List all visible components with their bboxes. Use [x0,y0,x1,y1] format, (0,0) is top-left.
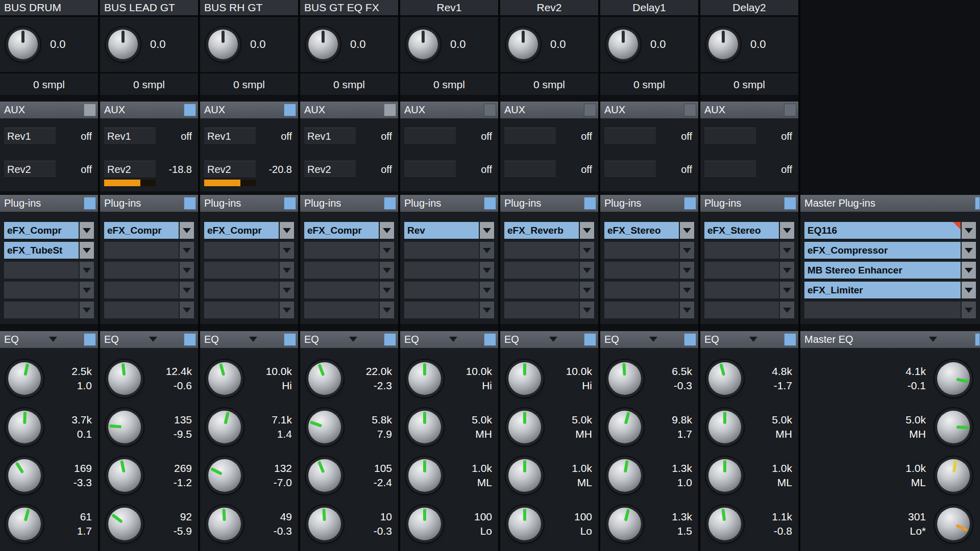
dropdown-arrow-icon[interactable] [449,337,457,342]
channel-header[interactable]: Delay1 [600,0,698,17]
send-level-value[interactable]: off [281,128,292,145]
plugin-dropdown-button[interactable] [279,242,294,259]
plugins-section-header[interactable]: Plug-ins [700,195,798,212]
plugin-dropdown-button[interactable] [679,302,694,318]
send-destination[interactable]: Rev1 [204,128,256,145]
plugin-name[interactable] [704,282,779,298]
plugin-slot[interactable] [4,262,94,279]
plugin-slot[interactable] [204,282,294,298]
plugin-dropdown-button[interactable] [179,282,194,298]
plugin-slot[interactable] [104,262,194,279]
aux-section-header[interactable]: AUX [500,102,598,118]
plugin-slot[interactable]: eFX_Reverb [504,222,594,239]
plugin-slot[interactable]: Rev [404,222,494,239]
plugin-dropdown-button[interactable] [79,242,94,259]
plugin-dropdown-button[interactable] [279,262,294,279]
plugin-name[interactable] [304,242,379,259]
plugin-dropdown-button[interactable] [479,302,494,318]
plugin-name[interactable] [504,262,579,279]
plugins-section-header[interactable]: Plug-ins [100,195,198,212]
plugin-dropdown-button[interactable] [179,262,194,279]
plugins-led[interactable] [384,197,396,210]
eq-knob[interactable] [308,459,341,492]
plugin-name[interactable] [604,242,679,259]
plugin-dropdown-button[interactable] [679,222,694,239]
plugin-slot[interactable]: eFX_Compressor [804,242,976,259]
eq-led[interactable] [684,333,696,346]
plugin-slot[interactable] [604,242,694,259]
plugin-name[interactable]: eFX_TubeSt [4,242,79,259]
volume-knob[interactable] [508,30,538,59]
plugin-name[interactable] [604,302,679,318]
plugin-name[interactable] [104,242,179,259]
send-level-value[interactable]: off [681,161,692,178]
plugin-name[interactable] [504,242,579,259]
eq-knob[interactable] [8,362,41,395]
plugin-slot[interactable] [704,262,794,279]
plugin-dropdown-button[interactable] [79,262,94,279]
channel-header[interactable]: Rev2 [500,0,598,17]
eq-section-header[interactable]: EQ [100,331,198,348]
plugin-name[interactable] [804,302,961,318]
volume-knob[interactable] [8,30,38,59]
plugin-slot[interactable]: EQ116 [804,222,976,239]
plugins-section-header[interactable]: Plug-ins [500,195,598,212]
eq-knob[interactable] [708,459,741,492]
eq-led[interactable] [484,333,496,346]
plugin-name[interactable] [4,282,79,298]
eq-knob[interactable] [208,459,241,492]
master-plugins-led[interactable] [975,197,980,210]
eq-knob[interactable] [208,508,241,540]
plugin-name[interactable] [704,242,779,259]
plugin-slot[interactable] [404,302,494,318]
plugin-dropdown-button[interactable] [779,282,794,298]
plugin-name[interactable] [204,302,279,318]
plugin-name[interactable]: MB Stereo Enhancer [804,262,961,279]
aux-led[interactable] [384,104,396,116]
eq-knob[interactable] [608,508,641,540]
plugin-name[interactable] [204,242,279,259]
send-level-value[interactable]: off [81,161,92,178]
plugin-slot[interactable] [304,302,394,318]
plugin-slot[interactable] [404,242,494,259]
eq-knob[interactable] [608,411,641,443]
eq-knob[interactable] [937,362,970,395]
send-level-value[interactable]: off [481,128,492,145]
plugin-slot[interactable] [104,242,194,259]
plugin-slot[interactable]: eFX_TubeSt [4,242,94,259]
plugin-slot[interactable]: eFX_Compr [4,222,94,239]
plugin-slot[interactable] [704,242,794,259]
plugin-name[interactable]: eFX_Reverb [504,222,579,239]
plugin-dropdown-button[interactable] [79,222,94,239]
plugin-dropdown-button[interactable] [579,222,594,239]
plugin-dropdown-button[interactable] [579,302,594,318]
plugin-name[interactable] [204,262,279,279]
dropdown-arrow-icon[interactable] [149,337,157,342]
eq-section-header[interactable]: EQ [200,331,298,348]
eq-knob[interactable] [508,459,541,492]
plugin-dropdown-button[interactable] [961,242,976,259]
plugin-dropdown-button[interactable] [961,282,976,298]
aux-section-header[interactable]: AUX [300,102,398,118]
plugin-slot[interactable] [204,262,294,279]
plugins-section-header[interactable]: Plug-ins [0,195,98,212]
send-destination[interactable] [604,161,656,178]
eq-section-header[interactable]: EQ [500,331,598,348]
plugin-slot[interactable] [404,262,494,279]
plugin-slot[interactable] [604,282,694,298]
dropdown-arrow-icon[interactable] [249,337,257,342]
plugin-dropdown-button[interactable] [579,262,594,279]
eq-knob[interactable] [708,362,741,395]
send-level-value[interactable]: off [481,161,492,178]
eq-knob[interactable] [408,362,441,395]
aux-section-header[interactable]: AUX [200,102,298,118]
plugin-slot[interactable] [104,302,194,318]
plugin-name[interactable] [704,302,779,318]
plugin-name[interactable]: eFX_Compr [204,222,279,239]
aux-led[interactable] [484,104,496,116]
eq-section-header[interactable]: EQ [400,331,498,348]
volume-knob[interactable] [708,30,738,59]
plugin-slot[interactable] [604,302,694,318]
send-destination[interactable]: Rev2 [304,161,356,178]
eq-knob[interactable] [108,459,141,492]
